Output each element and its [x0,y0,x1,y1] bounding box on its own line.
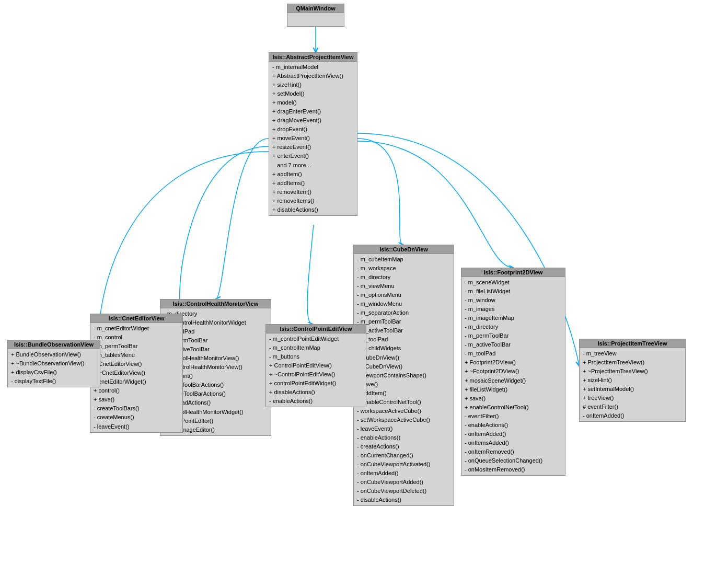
control-point-edit-view-title: Isis::ControlPointEditView [266,325,366,333]
member: + resizeEvent() [272,143,354,152]
abstract-project-item-view-box: Isis::AbstractProjectItemView - m_intern… [269,52,357,216]
member: + enterEvent() [272,152,354,160]
member: + moveEvent() [272,134,354,143]
member: + addItems() [272,179,354,188]
member: + AbstractProjectItemView() [272,72,354,80]
qmainwindow-title: QMainWindow [287,4,344,13]
control-point-edit-view-body: - m_controlPointEditWidget - m_controlIt… [266,333,366,407]
abstract-project-item-view-title: Isis::AbstractProjectItemView [269,53,357,62]
bundle-observation-view-title: Isis::BundleObservationView [8,340,100,349]
bundle-observation-view-box: Isis::BundleObservationView + BundleObse… [7,340,100,387]
cnet-editor-view-body: - m_cnetEditorWidget - m_control - m_per… [90,323,182,432]
member: + removeItem() [272,188,354,197]
project-item-tree-view-title: Isis::ProjectItemTreeView [580,339,685,348]
cubednview-box: Isis::CubeDnView - m_cubeItemMap - m_wor… [353,245,454,506]
member: + addItem() [272,170,354,179]
member: + removeItems() [272,197,354,205]
bundle-observation-view-body: + BundleObservationView() + ~BundleObser… [8,349,100,387]
member: + sizeHint() [272,80,354,89]
cnet-editor-view-box: Isis::CnetEditorView - m_cnetEditorWidge… [90,314,183,433]
project-item-tree-view-box: Isis::ProjectItemTreeView - m_treeView +… [579,339,686,422]
member: + dragMoveEvent() [272,116,354,125]
member: + model() [272,98,354,107]
member: - m_internalModel [272,63,354,72]
footprint2dview-body: - m_sceneWidget - m_fileListWidget - m_w… [461,277,565,475]
cubednview-title: Isis::CubeDnView [354,245,454,254]
member: + disableActions() [272,205,354,214]
member: + setModel() [272,89,354,98]
project-item-tree-view-body: - m_treeView + ProjectItemTreeView() + ~… [580,348,685,421]
footprint2dview-box: Isis::Footprint2DView - m_sceneWidget - … [461,268,565,476]
footprint2dview-title: Isis::Footprint2DView [461,268,565,277]
member: and 7 more... [272,161,354,170]
cubednview-body: - m_cubeItemMap - m_workspace - m_direct… [354,254,454,505]
cnet-editor-view-title: Isis::CnetEditorView [90,314,182,323]
control-health-monitor-view-title: Isis::ControlHealthMonitorView [160,300,271,308]
control-point-edit-view-box: Isis::ControlPointEditView - m_controlPo… [265,324,366,407]
uml-diagram: QMainWindow Isis::AbstractProjectItemVie… [0,0,728,587]
abstract-project-item-view-body: - m_internalModel + AbstractProjectItemV… [269,62,357,215]
member: + dragEnterEvent() [272,107,354,116]
qmainwindow-box: QMainWindow [287,4,344,27]
member: + dropEvent() [272,125,354,134]
